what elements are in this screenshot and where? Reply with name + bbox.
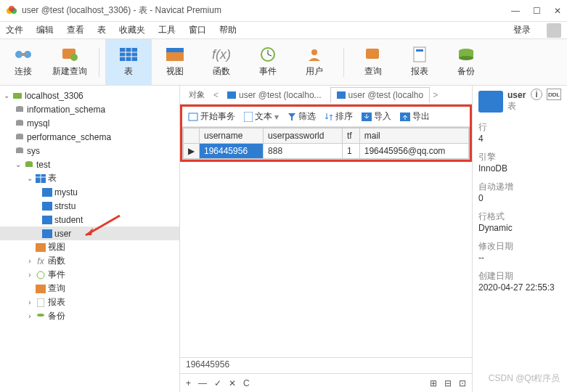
nav-cancel-icon[interactable]: ✕ (229, 378, 236, 388)
svg-rect-25 (13, 93, 22, 99)
tree-reports[interactable]: ›报表 (0, 295, 179, 309)
tab-user-1[interactable]: user @test (localho... (221, 88, 327, 102)
data-grid[interactable]: username userpassworld tf mail ▶ 1964459… (182, 127, 470, 160)
tree-db-sys[interactable]: sys (0, 144, 179, 158)
svg-point-7 (70, 54, 78, 61)
sub-toolbar: 开始事务 文本▾ 筛选 排序 导入 导出 (182, 107, 470, 127)
tree-backups[interactable]: ›备份 (0, 309, 179, 323)
menu-table[interactable]: 表 (97, 24, 106, 36)
prop-autoinc: 0 (478, 193, 561, 203)
toolbar-connect[interactable]: 连接 (0, 39, 46, 86)
nav-prev-icon[interactable]: ⊟ (444, 378, 452, 388)
col-userpassworld[interactable]: userpassworld (264, 128, 343, 144)
nav-add-icon[interactable]: + (186, 378, 191, 388)
toolbar-query[interactable]: 查询 (350, 39, 396, 86)
menu-window[interactable]: 窗口 (189, 24, 206, 36)
tree-events[interactable]: ›事件 (0, 268, 179, 282)
svg-point-47 (37, 314, 44, 317)
svg-rect-31 (16, 135, 23, 139)
tree-queries[interactable]: 查询 (0, 282, 179, 295)
svg-rect-40 (42, 202, 52, 211)
svg-line-17 (268, 54, 272, 56)
prop-rows-label: 行 (478, 121, 561, 134)
tree-views[interactable]: 视图 (0, 240, 179, 254)
table-row[interactable]: ▶ 196445956 888 1 196445956@qq.com (184, 144, 469, 159)
nav-delete-icon[interactable]: — (198, 378, 207, 388)
tab-user-2[interactable]: user @test (localho (330, 87, 431, 103)
svg-rect-14 (166, 48, 184, 52)
toolbar-table[interactable]: 表 (105, 39, 152, 86)
col-username[interactable]: username (200, 128, 264, 144)
menu-edit[interactable]: 编辑 (36, 24, 54, 36)
tab-object[interactable]: 对象 (183, 87, 211, 102)
menu-bar: 文件 编辑 查看 表 收藏夹 工具 窗口 帮助 登录 (0, 22, 567, 39)
prop-modify: -- (478, 253, 561, 263)
minimize-button[interactable]: — (511, 6, 520, 16)
menu-favorites[interactable]: 收藏夹 (119, 24, 145, 36)
tab-prev-icon[interactable]: < (213, 90, 219, 100)
tree-tables-folder[interactable]: ⌄表 (0, 171, 179, 185)
tree-table-user[interactable]: user (0, 226, 179, 240)
col-mail[interactable]: mail (359, 128, 468, 144)
nav-check-icon[interactable]: ✓ (214, 378, 221, 388)
ddl-icon[interactable]: DDL (547, 89, 561, 100)
tree-db-mysql[interactable]: mysql (0, 116, 179, 130)
svg-rect-50 (189, 113, 197, 121)
nav-refresh-icon[interactable]: C (243, 378, 250, 388)
tree-table-mystu[interactable]: mystu (0, 185, 179, 199)
cell-userpassworld[interactable]: 888 (264, 144, 343, 159)
record-navigator: + — ✓ ✕ C ⊞ ⊟ ⊡ (180, 373, 472, 392)
toolbar-newquery[interactable]: 新建查询 (46, 39, 93, 86)
tree-table-student[interactable]: student (0, 213, 179, 226)
btn-begin-transaction[interactable]: 开始事务 (188, 110, 235, 123)
col-tf[interactable]: tf (343, 128, 360, 144)
login-link[interactable]: 登录 (513, 24, 531, 36)
btn-export[interactable]: 导出 (400, 110, 430, 123)
btn-text[interactable]: 文本▾ (244, 110, 279, 123)
maximize-button[interactable]: ☐ (533, 6, 541, 16)
toolbar-function[interactable]: f(x)函数 (198, 39, 245, 86)
prop-rowfmt: Dynamic (478, 223, 561, 233)
toolbar-backup[interactable]: 备份 (443, 39, 489, 86)
nav-next-icon[interactable]: ⊡ (459, 378, 466, 388)
btn-sort[interactable]: 排序 (325, 110, 353, 123)
nav-first-icon[interactable]: ⊞ (430, 378, 437, 388)
menu-file[interactable]: 文件 (6, 24, 23, 36)
prop-type: 表 (507, 100, 526, 113)
close-button[interactable]: ✕ (554, 6, 561, 16)
svg-rect-39 (42, 188, 52, 197)
tree-connection[interactable]: ⌄localhost_3306 (0, 89, 179, 102)
svg-rect-46 (37, 298, 44, 307)
btn-filter[interactable]: 筛选 (287, 110, 316, 123)
tree-db-information-schema[interactable]: information_schema (0, 102, 179, 116)
tab-next-icon[interactable]: > (433, 90, 438, 100)
cell-mail[interactable]: 196445956@qq.com (359, 144, 468, 159)
tab-bar: 对象 < user @test (localho... user @test (… (180, 86, 472, 105)
prop-engine-label: 引擎 (478, 151, 561, 163)
cell-username[interactable]: 196445956 (200, 144, 264, 159)
tree-db-performance-schema[interactable]: performance_schema (0, 130, 179, 144)
svg-rect-45 (36, 285, 46, 293)
prop-name: user (507, 90, 526, 100)
main-toolbar: 连接 新建查询 表 视图 f(x)函数 事件 用户 查询 报表 备份 (0, 39, 567, 86)
svg-point-2 (9, 6, 15, 12)
toolbar-event[interactable]: 事件 (245, 39, 291, 86)
tree-table-strstu[interactable]: strstu (0, 199, 179, 213)
tree-db-test[interactable]: ⌄test (0, 158, 179, 171)
info-icon[interactable]: i (531, 89, 542, 100)
toolbar-user[interactable]: 用户 (291, 39, 338, 86)
menu-help[interactable]: 帮助 (219, 24, 237, 36)
menu-tools[interactable]: 工具 (158, 24, 176, 36)
svg-rect-35 (25, 163, 33, 167)
toolbar-report[interactable]: 报表 (396, 39, 443, 86)
menu-view[interactable]: 查看 (67, 24, 84, 36)
avatar-icon[interactable] (547, 23, 561, 38)
btn-import[interactable]: 导入 (362, 110, 391, 123)
prop-rowfmt-label: 行格式 (478, 211, 561, 223)
cell-tf[interactable]: 1 (343, 144, 360, 159)
svg-point-44 (37, 271, 44, 279)
tree-functions[interactable]: ›fx函数 (0, 254, 179, 268)
prop-create: 2020-04-27 22:55:3 (478, 282, 561, 293)
prop-autoinc-label: 自动递增 (478, 181, 561, 193)
toolbar-view[interactable]: 视图 (152, 39, 198, 86)
